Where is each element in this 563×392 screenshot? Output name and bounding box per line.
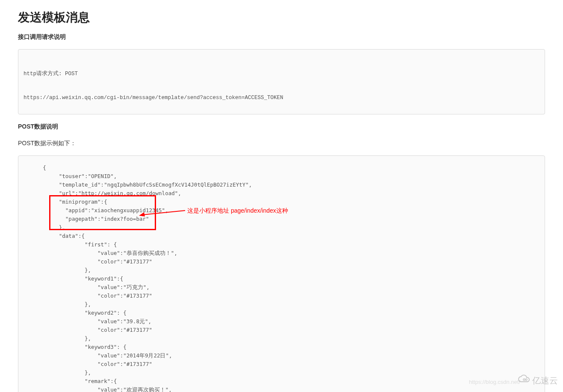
- code-line: "color":"#173177": [24, 258, 152, 265]
- code-line: "keyword1":{: [24, 275, 123, 282]
- code-line: "value":"39.8元",: [24, 318, 151, 325]
- watermark-text: 亿速云: [532, 374, 558, 387]
- code-line: {: [24, 164, 46, 171]
- source-url-watermark: https://blog.csdn.net/: [469, 378, 520, 386]
- code-line: "value":"2014年9月22日",: [24, 352, 172, 359]
- json-code: { "touser":"OPENID", "template_id":"ngqI…: [24, 164, 539, 392]
- http-request-box: http请求方式: POST https://api.weixin.qq.com…: [18, 49, 545, 114]
- code-line: "keyword2": {: [24, 310, 127, 316]
- code-line: },: [24, 335, 91, 342]
- code-line: "color":"#173177": [24, 361, 152, 367]
- watermark-logo: 亿速云: [518, 374, 558, 387]
- section-post-data-title: POST数据说明: [18, 122, 545, 131]
- http-url-line: https://api.weixin.qq.com/cgi-bin/messag…: [24, 94, 539, 102]
- code-line: },: [24, 224, 97, 231]
- code-line: "miniprogram":{: [24, 199, 107, 205]
- code-line: "template_id":"ngqIpbwh8bUfcSsECmogfXcV1…: [24, 181, 252, 188]
- code-line: "appid":"xiaochengxuappid12345",: [24, 207, 168, 214]
- page-title: 发送模板消息: [18, 9, 545, 26]
- code-line: "remark":{: [24, 378, 117, 384]
- json-example-box: { "touser":"OPENID", "template_id":"ngqI…: [18, 155, 545, 392]
- http-method-line: http请求方式: POST: [24, 70, 539, 78]
- code-line: "first": {: [24, 241, 117, 248]
- code-line: },: [24, 301, 91, 307]
- svg-point-3: [525, 379, 527, 380]
- post-data-example-label: POST数据示例如下：: [18, 139, 545, 148]
- code-line: },: [24, 267, 91, 273]
- code-line: "pagepath":"index?foo=bar": [24, 216, 149, 222]
- svg-point-2: [523, 379, 525, 380]
- cloud-icon: [518, 374, 531, 387]
- code-line: "value":"巧克力",: [24, 284, 150, 290]
- code-line: "url":"http://weixin.qq.com/download",: [24, 190, 188, 196]
- code-line: "touser":"OPENID",: [24, 173, 117, 179]
- code-line: "data":{: [24, 233, 85, 239]
- code-line: "color":"#173177": [24, 327, 152, 333]
- code-line: "keyword3": {: [24, 344, 127, 350]
- code-line: "value":"欢迎再次购买！",: [24, 386, 172, 392]
- section-api-desc-title: 接口调用请求说明: [18, 32, 545, 41]
- code-line: "color":"#173177": [24, 293, 152, 299]
- code-line: },: [24, 369, 91, 376]
- code-line: "value":"恭喜你购买成功！",: [24, 250, 177, 256]
- annotation-miniprogram-path: 这是小程序地址 page/index/index这种: [187, 206, 288, 215]
